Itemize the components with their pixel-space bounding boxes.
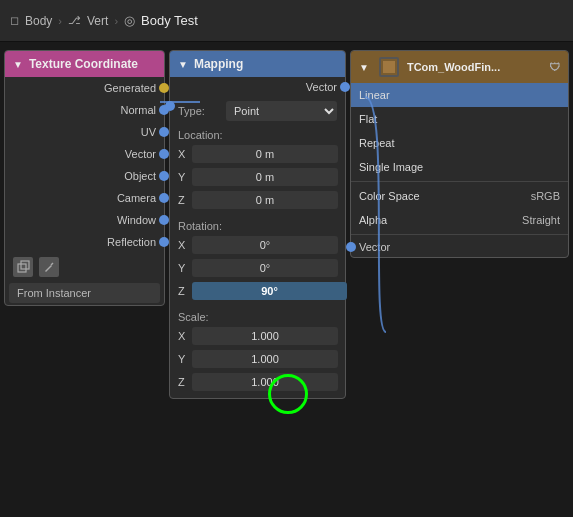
location-label: Location: — [178, 129, 337, 141]
socket-vector-dot[interactable] — [159, 149, 169, 159]
mapping-vector-in-dot[interactable] — [165, 101, 175, 111]
socket-reflection-dot[interactable] — [159, 237, 169, 247]
tcom-vector-row: Vector — [351, 237, 568, 257]
location-z-row: Z — [178, 189, 337, 211]
svg-rect-4 — [383, 61, 395, 73]
eyedropper-icon[interactable] — [39, 257, 59, 277]
socket-vector: Vector — [5, 143, 164, 165]
mapping-vector-out-dot[interactable] — [340, 82, 350, 92]
mapping-node: ▼ Mapping Vector Type: Point Texture Vec… — [169, 50, 346, 399]
socket-normal-label: Normal — [13, 104, 156, 116]
scale-z-row: Z — [178, 371, 337, 393]
from-instancer-row[interactable]: From Instancer — [9, 283, 160, 303]
location-y-row: Y — [178, 166, 337, 188]
type-label: Type: — [178, 105, 218, 117]
rx-axis-label: X — [178, 239, 192, 251]
color-space-value: sRGB — [531, 190, 560, 202]
tcom-node-header[interactable]: ▼ TCom_WoodFin... 🛡 — [351, 51, 568, 83]
chevron-icon: ▼ — [178, 59, 188, 70]
texture-node-header[interactable]: ▼ Texture Coordinate — [5, 51, 164, 77]
chevron-icon: ▼ — [13, 59, 23, 70]
divider — [351, 181, 568, 182]
breadcrumb-bar: ◻ Body › ⎇ Vert › ◎ Body Test — [0, 0, 573, 42]
socket-generated-dot[interactable] — [159, 83, 169, 93]
location-x-row: X — [178, 143, 337, 165]
from-instancer-label: From Instancer — [17, 287, 91, 299]
location-y-input[interactable] — [192, 168, 338, 186]
tcom-vector-dot[interactable] — [346, 242, 356, 252]
flat-option[interactable]: Flat — [351, 107, 568, 131]
rotation-y-input[interactable] — [192, 259, 338, 277]
breadcrumb-part1[interactable]: Body — [25, 14, 52, 28]
rz-axis-label: Z — [178, 285, 192, 297]
type-row: Type: Point Texture Vector Normal — [170, 97, 345, 125]
socket-vector-label: Vector — [13, 148, 156, 160]
z-axis-label: Z — [178, 194, 192, 206]
location-x-input[interactable] — [192, 145, 338, 163]
socket-reflection-label: Reflection — [13, 236, 156, 248]
scale-label: Scale: — [178, 311, 337, 323]
tcom-thumb-icon — [379, 57, 399, 77]
single-image-option[interactable]: Single Image — [351, 155, 568, 179]
mapping-vector-out-label: Vector — [306, 81, 337, 93]
mapping-node-header[interactable]: ▼ Mapping — [170, 51, 345, 77]
sx-axis-label: X — [178, 330, 192, 342]
tcom-node-title: TCom_WoodFin... — [407, 61, 500, 73]
scale-z-input[interactable] — [192, 373, 338, 391]
socket-object-label: Object — [13, 170, 156, 182]
divider2 — [351, 234, 568, 235]
socket-camera: Camera — [5, 187, 164, 209]
breadcrumb-part2[interactable]: Vert — [87, 14, 108, 28]
vert-icon: ⎇ — [68, 14, 81, 27]
socket-generated-label: Generated — [13, 82, 156, 94]
socket-camera-dot[interactable] — [159, 193, 169, 203]
breadcrumb-sep1: › — [58, 15, 62, 27]
socket-uv: UV — [5, 121, 164, 143]
scale-x-row: X — [178, 325, 337, 347]
scale-group: Scale: X Y Z — [170, 307, 345, 398]
socket-uv-label: UV — [13, 126, 156, 138]
body-test-icon: ◎ — [124, 13, 135, 28]
socket-uv-dot[interactable] — [159, 127, 169, 137]
socket-reflection: Reflection — [5, 231, 164, 253]
svg-line-2 — [51, 263, 53, 265]
chevron-icon: ▼ — [359, 62, 369, 73]
socket-camera-label: Camera — [13, 192, 156, 204]
texture-node-title: Texture Coordinate — [29, 57, 138, 71]
alpha-label: Alpha — [359, 214, 387, 226]
socket-generated: Generated — [5, 77, 164, 99]
location-z-input[interactable] — [192, 191, 338, 209]
rotation-label: Rotation: — [178, 220, 337, 232]
linear-option[interactable]: Linear — [351, 83, 568, 107]
shield-icon: 🛡 — [549, 61, 560, 73]
scale-y-input[interactable] — [192, 350, 338, 368]
repeat-option[interactable]: Repeat — [351, 131, 568, 155]
alpha-row: Alpha Straight — [351, 208, 568, 232]
mapping-node-title: Mapping — [194, 57, 243, 71]
single-image-label: Single Image — [359, 161, 423, 173]
svg-rect-0 — [18, 264, 26, 272]
rotation-z-row: Z — [178, 280, 337, 302]
texture-coordinate-node: ▼ Texture Coordinate Generated Normal UV… — [4, 50, 165, 306]
tcom-vector-label: Vector — [359, 241, 390, 253]
rotation-x-row: X — [178, 234, 337, 256]
body-icon: ◻ — [10, 14, 19, 27]
flat-label: Flat — [359, 113, 377, 125]
sy-axis-label: Y — [178, 353, 192, 365]
linear-label: Linear — [359, 89, 390, 101]
rotation-y-row: Y — [178, 257, 337, 279]
type-select[interactable]: Point Texture Vector Normal — [226, 101, 337, 121]
socket-window-dot[interactable] — [159, 215, 169, 225]
socket-object-dot[interactable] — [159, 171, 169, 181]
socket-window: Window — [5, 209, 164, 231]
scale-x-input[interactable] — [192, 327, 338, 345]
main-area: ▼ Texture Coordinate Generated Normal UV… — [0, 42, 573, 517]
sz-axis-label: Z — [178, 376, 192, 388]
breadcrumb-part3[interactable]: Body Test — [141, 13, 198, 28]
breadcrumb-sep2: › — [114, 15, 118, 27]
rotation-z-input[interactable] — [192, 282, 347, 300]
y-axis-label: Y — [178, 171, 192, 183]
object-cube-icon — [13, 257, 33, 277]
color-space-label: Color Space — [359, 190, 420, 202]
rotation-x-input[interactable] — [192, 236, 338, 254]
